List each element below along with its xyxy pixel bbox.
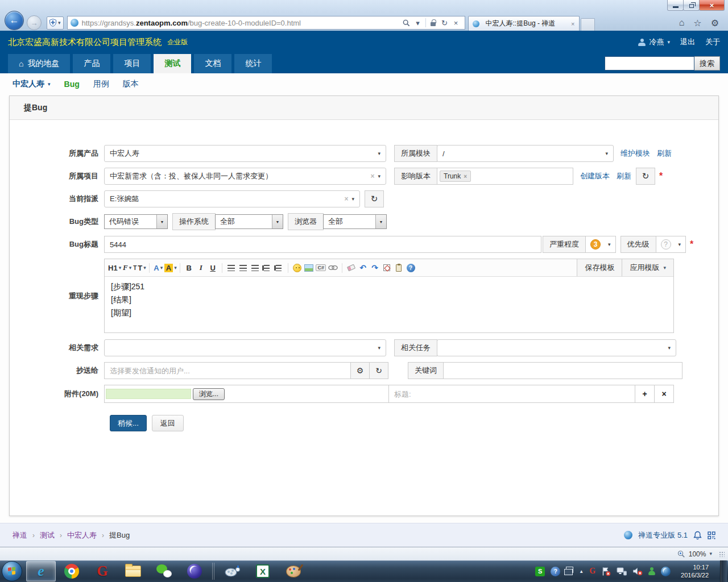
green-person-tray-icon[interactable]	[648, 567, 655, 576]
paste-icon[interactable]	[393, 261, 405, 275]
align-left-icon[interactable]	[225, 261, 237, 275]
file-field[interactable]	[106, 389, 191, 399]
apply-template-button[interactable]: 应用模版▾	[622, 259, 673, 276]
product-select[interactable]: 中宏人寿▾	[104, 145, 386, 162]
align-right-icon[interactable]	[249, 261, 261, 275]
nav-tab-product[interactable]: 产品	[73, 54, 110, 73]
taskbar-purple-orb-app[interactable]	[180, 561, 209, 581]
forward-button[interactable]: →	[27, 15, 42, 30]
product-switcher[interactable]: 中宏人寿▾	[13, 79, 51, 89]
font-size-icon[interactable]: TT▾	[133, 261, 146, 275]
redo-icon[interactable]: ↷	[369, 261, 381, 275]
task-select[interactable]: ▾	[437, 339, 676, 356]
bold-icon[interactable]: B	[183, 261, 195, 275]
start-button[interactable]	[2, 561, 22, 581]
action-center-flag-icon[interactable]	[601, 567, 611, 576]
subnav-item-case[interactable]: 用例	[93, 79, 109, 89]
compatibility-shield-button[interactable]: ▾	[47, 16, 64, 30]
user-menu[interactable]: 冷燕▾	[638, 37, 670, 47]
add-attachment-button[interactable]: +	[635, 385, 654, 402]
priority-select[interactable]: ?▾	[656, 236, 686, 253]
nav-tab-stats[interactable]: 统计	[234, 54, 272, 73]
show-desktop-button[interactable]	[720, 560, 727, 582]
home-icon[interactable]: ⌂	[679, 18, 685, 28]
remove-tag-icon[interactable]: ×	[464, 173, 467, 180]
unordered-list-icon[interactable]	[273, 261, 285, 275]
settings-gear-icon[interactable]: ⚙	[711, 18, 719, 28]
stop-icon[interactable]: ×	[450, 19, 462, 27]
editor-help-icon[interactable]: ?	[405, 261, 417, 275]
version-link[interactable]: 禅道专业版 5.1	[638, 530, 688, 541]
breadcrumb-product-link[interactable]: 中宏人寿	[67, 530, 97, 541]
minimize-button[interactable]	[667, 0, 684, 11]
favorites-star-icon[interactable]: ☆	[693, 18, 701, 28]
taskbar-ie[interactable]: e	[26, 561, 56, 581]
remove-attachment-button[interactable]: ×	[654, 385, 673, 402]
taskbar-red-g-app[interactable]: G	[88, 561, 117, 581]
nav-tab-my[interactable]: ⌂我的地盘	[8, 54, 70, 73]
volume-muted-icon[interactable]	[632, 567, 643, 576]
heading-icon[interactable]: H1▾	[108, 261, 121, 275]
breadcrumb-test-link[interactable]: 测试	[40, 530, 55, 541]
subnav-item-bug[interactable]: Bug	[64, 80, 80, 89]
clear-icon[interactable]: ×	[344, 195, 348, 203]
nav-tab-doc[interactable]: 文档	[194, 54, 231, 73]
address-bar[interactable]: https://grandsys.zentaopm.com/bug-create…	[67, 16, 465, 30]
green-s-tray-icon[interactable]: S	[535, 567, 545, 576]
taskbar-chrome[interactable]	[57, 561, 86, 581]
refresh-assignee-button[interactable]: ↻	[365, 190, 384, 207]
new-tab-button[interactable]	[581, 18, 595, 31]
back-button[interactable]: ←	[5, 11, 24, 30]
submit-button[interactable]: 稍候...	[110, 415, 147, 431]
bug-title-input[interactable]	[104, 236, 541, 253]
search-icon[interactable]	[401, 19, 412, 27]
font-family-icon[interactable]: F▾	[121, 261, 133, 275]
taskbar-clock[interactable]: 10:17 2016/3/22	[681, 563, 709, 579]
refresh-module-link[interactable]: 刷新	[657, 148, 672, 159]
cc-refresh-button[interactable]: ↻	[369, 362, 388, 379]
bell-icon[interactable]	[693, 531, 702, 540]
attachment-title-input[interactable]	[389, 390, 635, 398]
taskbar-excel[interactable]: X	[248, 561, 278, 581]
align-center-icon[interactable]	[237, 261, 249, 275]
blue-orb-tray-icon[interactable]	[661, 567, 671, 576]
red-g-tray-icon[interactable]: G	[589, 567, 595, 576]
os-select[interactable]: 全部▼	[215, 214, 283, 229]
taskbar-wechat[interactable]	[149, 561, 179, 581]
browser-select[interactable]: 全部▼	[323, 214, 387, 229]
close-button[interactable]: ×	[699, 0, 725, 11]
qrcode-icon[interactable]	[708, 531, 715, 539]
insert-image-icon[interactable]	[303, 261, 315, 275]
remove-format-icon[interactable]	[345, 261, 357, 275]
project-select[interactable]: 中宏新需求（含：投、被保人非同一人需求变更）×▾	[104, 168, 386, 185]
insert-code-icon[interactable]: C#	[315, 261, 327, 275]
zoom-level[interactable]: 100%	[689, 550, 706, 558]
highlight-color-icon[interactable]: A▾	[164, 261, 177, 275]
global-search-button[interactable]: 搜索	[694, 56, 720, 70]
keywords-input[interactable]	[443, 362, 682, 379]
underline-icon[interactable]: U	[207, 261, 219, 275]
text-color-icon[interactable]: A▾	[152, 261, 164, 275]
story-select[interactable]: ▾	[104, 339, 386, 356]
taskbar-tortoise-svn[interactable]	[217, 561, 247, 581]
italic-icon[interactable]: I	[195, 261, 207, 275]
return-button[interactable]: 返回	[152, 415, 184, 431]
maintain-module-link[interactable]: 维护模块	[621, 148, 650, 159]
refresh-build-button[interactable]: ↻	[636, 168, 655, 185]
cc-input[interactable]	[104, 362, 351, 379]
undo-icon[interactable]: ↶	[357, 261, 369, 275]
refresh-page-icon[interactable]: ↻	[439, 19, 450, 27]
ordered-list-icon[interactable]	[261, 261, 273, 275]
taskbar-paint[interactable]	[279, 561, 308, 581]
fullscreen-icon[interactable]	[381, 261, 393, 275]
zoom-caret-icon[interactable]: ▾	[709, 551, 712, 556]
module-select[interactable]: /▾	[437, 145, 614, 162]
severity-select[interactable]: 3▾	[585, 236, 616, 253]
editor-content[interactable]: [步骤]251 [结果] [期望]	[105, 277, 673, 332]
bug-type-select[interactable]: 代码错误▼	[104, 214, 168, 229]
emoticon-icon[interactable]	[291, 261, 303, 275]
insert-link-icon[interactable]	[327, 261, 339, 275]
windows-tray-icon[interactable]	[566, 567, 573, 573]
file-input-area[interactable]: 浏览...	[105, 385, 389, 402]
restore-button[interactable]	[683, 0, 700, 11]
